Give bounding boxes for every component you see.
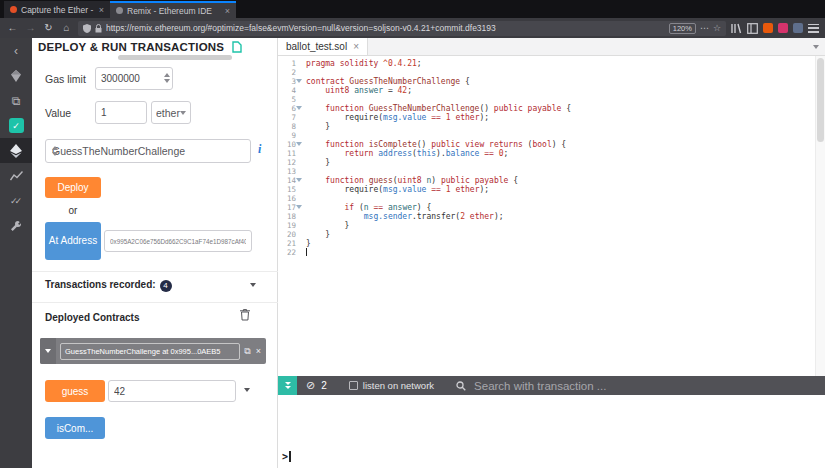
zoom-badge[interactable]: 120%	[669, 23, 696, 34]
menu-icon[interactable]	[808, 24, 819, 33]
gas-limit-stepper[interactable]	[164, 73, 170, 83]
terminal-collapse-button[interactable]	[278, 376, 297, 395]
code-line[interactable]: 14 function guess(uint8 n) public payabl…	[278, 176, 815, 185]
code-line[interactable]: 7 require(msg.value == 1 ether);	[278, 113, 815, 122]
guess-button[interactable]: guess	[45, 380, 105, 402]
sidebars-icon[interactable]	[747, 23, 758, 34]
deploy-run-icon[interactable]	[0, 138, 32, 163]
code-line[interactable]: 10 function isComplete() public view ret…	[278, 140, 815, 149]
code-line[interactable]: 6 function GuessTheNumberChallenge() pub…	[278, 104, 815, 113]
record-doc-icon[interactable]	[232, 41, 242, 53]
at-address-button[interactable]: At Address	[45, 222, 101, 260]
debugger-wrench-icon[interactable]	[0, 213, 32, 238]
line-number: 19	[278, 221, 298, 230]
bookmark-star-icon[interactable]: ☆	[713, 23, 721, 33]
page-actions-icon[interactable]: ⋯	[700, 23, 709, 33]
unit-testing-icon[interactable]: ✓✓	[0, 188, 32, 213]
code-area[interactable]: 1pragma solidity ^0.4.21;23contract Gues…	[278, 56, 815, 376]
url-bar[interactable]: https://remix.ethereum.org/#optimize=fal…	[78, 21, 726, 36]
listen-on-network-checkbox[interactable]	[349, 381, 358, 390]
fold-icon[interactable]	[296, 205, 302, 209]
code-line[interactable]: 9	[278, 131, 815, 140]
home-icon[interactable]: ⌂	[60, 18, 73, 38]
copy-address-icon[interactable]: ⧉	[244, 346, 250, 357]
library-icon[interactable]	[731, 23, 742, 34]
back-icon[interactable]: ←	[6, 18, 19, 38]
solidity-compiler-icon[interactable]: ✓	[0, 113, 32, 138]
code-line[interactable]: 21}	[278, 239, 815, 248]
code-line[interactable]: 18 msg.sender.transfer(2 ether);	[278, 212, 815, 221]
code-line[interactable]: 19 }	[278, 221, 815, 230]
or-label: or	[45, 205, 101, 216]
code-line[interactable]: 5	[278, 95, 815, 104]
terminal: ⊘ 2 listen on network >	[278, 376, 825, 468]
deployed-contract-card-header[interactable]: GuessTheNumberChallenge at 0x995...0AEB5…	[40, 338, 266, 364]
value-input[interactable]	[95, 101, 147, 124]
code-line[interactable]: 16	[278, 194, 815, 203]
code-line[interactable]: 3contract GuessTheNumberChallenge {	[278, 77, 815, 86]
code-line[interactable]: 22	[278, 248, 815, 257]
contract-info-icon[interactable]: i	[258, 142, 261, 157]
line-number: 17	[278, 203, 298, 212]
code-line[interactable]: 12 }	[278, 158, 815, 167]
deploy-button[interactable]: Deploy	[45, 177, 101, 198]
line-number: 22	[278, 248, 298, 257]
code-line[interactable]: 2	[278, 68, 815, 77]
browser-tab-remix[interactable]: Remix - Ethereum IDE ×	[110, 1, 236, 18]
fold-icon[interactable]	[296, 106, 302, 110]
compiler-check-icon: ✓	[9, 118, 24, 133]
reload-icon[interactable]: ↻	[42, 18, 55, 38]
tab-close-icon[interactable]: ×	[225, 6, 230, 16]
browser-nav-bar: ← → ↻ ⌂ https://remix.ethereum.org/#opti…	[0, 18, 825, 38]
code-line[interactable]: 15 require(msg.value == 1 ether);	[278, 185, 815, 194]
url-text[interactable]: https://remix.ethereum.org/#optimize=fal…	[106, 23, 665, 33]
terminal-search-input[interactable]	[474, 380, 674, 392]
editor: ballot_test.sol × 1pragma solidity ^0.4.…	[278, 38, 825, 376]
code-line[interactable]: 13	[278, 167, 815, 176]
shield-icon[interactable]	[83, 24, 91, 33]
scrollbar-thumb[interactable]	[118, 55, 232, 60]
collapse-panel-icon[interactable]: ‹	[0, 38, 32, 63]
editor-scrollbar[interactable]	[815, 56, 825, 376]
card-expand-icon[interactable]	[40, 338, 56, 364]
fold-icon[interactable]	[296, 178, 302, 182]
gas-limit-input[interactable]	[95, 67, 173, 90]
line-number: 11	[278, 149, 298, 158]
at-address-input[interactable]	[104, 230, 252, 252]
editor-scrollbar-thumb[interactable]	[817, 58, 824, 142]
guess-expand-icon[interactable]	[244, 388, 250, 392]
lock-icon[interactable]	[95, 24, 102, 33]
remove-contract-icon[interactable]: ×	[256, 346, 261, 356]
line-number: 15	[278, 185, 298, 194]
editor-tab-ballot-test[interactable]: ballot_test.sol ×	[278, 38, 368, 55]
extension-icon-red[interactable]	[778, 23, 788, 33]
contract-select[interactable]: GuessTheNumberChallenge	[45, 139, 251, 163]
code-line[interactable]: 4 uint8 answer = 42;	[278, 86, 815, 95]
code-line[interactable]: 20 }	[278, 230, 815, 239]
file-explorer-icon[interactable]: ⧉	[0, 88, 32, 113]
guess-arg-input[interactable]	[108, 380, 236, 402]
code-line[interactable]: 17 if (n == answer) {	[278, 203, 815, 212]
trash-icon[interactable]	[240, 309, 250, 321]
editor-tab-close-icon[interactable]: ×	[353, 41, 359, 52]
hidden-transactions-icon[interactable]: ⊘	[306, 379, 315, 392]
code-line[interactable]: 11 return address(this).balance == 0;	[278, 149, 815, 158]
fold-icon[interactable]	[296, 79, 302, 83]
terminal-output[interactable]: >	[278, 395, 825, 468]
text-cursor	[306, 248, 307, 256]
extension-icon-gray[interactable]	[793, 23, 803, 33]
browser-tab-capture-the-ether[interactable]: Capture the Ether - Gu... ×	[4, 1, 110, 18]
code-line[interactable]: 8 }	[278, 122, 815, 131]
tab-close-icon[interactable]: ×	[99, 5, 104, 15]
analytics-icon[interactable]	[0, 163, 32, 188]
iscomplete-button[interactable]: isCom...	[45, 417, 105, 439]
forward-icon[interactable]: →	[24, 18, 37, 38]
editor-tabs-menu-icon[interactable]	[807, 38, 825, 55]
extension-icon-orange[interactable]	[763, 23, 773, 33]
tab-favicon	[116, 7, 123, 14]
value-unit-select[interactable]: ether	[151, 101, 191, 124]
line-number: 18	[278, 212, 298, 221]
transactions-collapse-icon[interactable]	[250, 283, 256, 287]
fold-icon[interactable]	[296, 142, 302, 146]
code-line[interactable]: 1pragma solidity ^0.4.21;	[278, 59, 815, 68]
